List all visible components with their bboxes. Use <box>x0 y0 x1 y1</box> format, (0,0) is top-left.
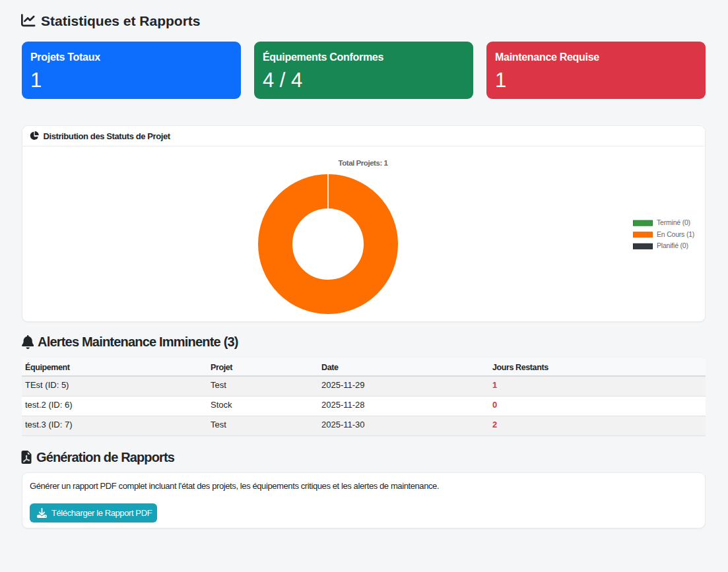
svg-text:Terminé (0): Terminé (0) <box>657 218 690 226</box>
svg-text:Total Projets: 1: Total Projets: 1 <box>338 159 388 167</box>
svg-text:En Cours (1): En Cours (1) <box>657 230 694 238</box>
svg-text:Planifié (0): Planifié (0) <box>657 241 688 249</box>
